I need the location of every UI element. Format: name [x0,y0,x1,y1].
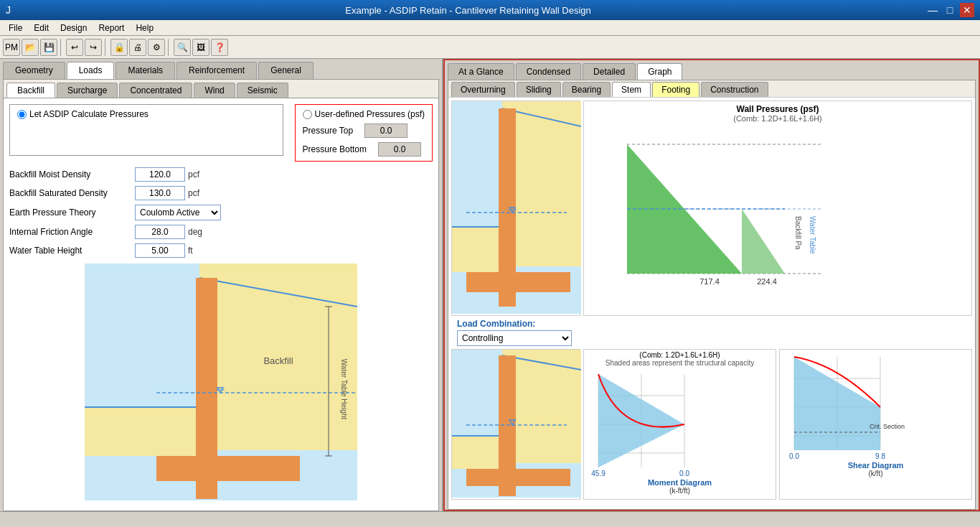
menu-bar: File Edit Design Report Help [0,20,980,36]
moment-unit: (k-ft/ft) [584,487,776,495]
toolbar-lock[interactable]: 🔒 [110,39,128,56]
shear-diagram: Crit. Section 0.0 9.8 Shear Diagram (k/f… [779,349,972,500]
tab-materials[interactable]: Materials [116,62,175,79]
right-sub-tab-sliding[interactable]: Sliding [517,82,561,97]
tab-general[interactable]: General [258,62,314,79]
window-controls: — □ ✕ [925,3,974,17]
top-wall-svg [452,101,581,314]
toolbar-open[interactable]: 📂 [22,39,39,56]
field-backfill-moist: Backfill Moist Density pcf [9,167,433,182]
svg-text:Crit. Section: Crit. Section [870,423,905,430]
shear-svg: Crit. Section 0.0 9.8 [780,350,971,461]
field-water-table-label: Water Table Height [9,246,135,256]
sub-tab-seismic[interactable]: Seismic [237,83,288,98]
right-sub-tab-footing[interactable]: Footing [652,82,699,97]
wall-diagram-svg: Backfill [85,264,357,500]
right-tab-graph[interactable]: Graph [637,63,682,80]
maximize-button[interactable]: □ [943,3,957,17]
toolbar-sep2 [105,39,108,56]
radio-user[interactable]: User-defined Pressures (psf) [303,109,425,119]
radio-user-label: User-defined Pressures (psf) [315,109,425,119]
top-wall-diagram [451,101,580,316]
pressure-diagram: Wall Pressures (psf) (Comb: 1.2D+1.6L+1.… [583,101,972,316]
status-bar [0,511,980,527]
right-sub-tab-bearing[interactable]: Bearing [562,82,611,97]
tab-geometry[interactable]: Geometry [3,62,65,79]
radio-asdip-input[interactable] [17,110,27,119]
svg-text:Water Table Height: Water Table Height [340,359,348,420]
load-combo-select[interactable]: Controlling 1.2D+1.6L+1.6H [457,330,572,346]
sub-tab-concentrated[interactable]: Concentrated [119,83,192,98]
menu-edit[interactable]: Edit [28,22,55,34]
toolbar-redo[interactable]: ↪ [85,39,102,56]
toolbar-image[interactable]: 🖼 [192,39,209,56]
toolbar-print[interactable]: 🖨 [129,39,146,56]
title-bar: J Example - ASDIP Retain - Cantilever Re… [0,0,980,20]
menu-report[interactable]: Report [93,22,130,34]
toolbar-save[interactable]: 💾 [40,39,57,56]
field-earth-pressure-select[interactable]: Coulomb Active Rankine Active [135,205,221,220]
pressure-bottom-input[interactable] [378,142,421,157]
right-sub-tab-stem[interactable]: Stem [612,82,651,97]
sub-tab-backfill[interactable]: Backfill [6,83,55,98]
radio-section: Let ASDIP Calculate Pressures [9,104,283,156]
svg-text:224.4: 224.4 [757,277,777,286]
menu-help[interactable]: Help [130,22,159,34]
right-tab-strip: At a Glance Condensed Detailed Graph [445,60,979,80]
right-sub-tab-overturning[interactable]: Overturning [451,82,515,97]
menu-file[interactable]: File [3,22,28,34]
svg-text:Backfill: Backfill [263,355,293,366]
toolbar-sep3 [168,39,171,56]
field-water-table-unit: ft [188,246,193,256]
pressure-top-input[interactable] [364,123,407,138]
toolbar-pm[interactable]: PM [3,39,20,56]
graph-title: Wall Pressures (psf) [584,104,971,114]
right-sub-tab-construction[interactable]: Construction [701,82,768,97]
left-panel: Geometry Loads Materials Reinforcement G… [0,59,443,511]
graph-title-area: Wall Pressures (psf) (Comb: 1.2D+1.6L+1.… [584,101,971,123]
moment-label: Moment Diagram [584,478,776,487]
user-defined-section: User-defined Pressures (psf) Pressure To… [295,104,433,162]
close-button[interactable]: ✕ [960,3,974,17]
pressure-bottom-label: Pressure Bottom [303,144,367,154]
right-tab-ataglance[interactable]: At a Glance [448,63,514,80]
bottom-comb-label: (Comb: 1.2D+1.6L+1.6H) [584,350,776,359]
field-water-table-input[interactable] [135,243,185,258]
right-tab-detailed[interactable]: Detailed [583,63,636,80]
tab-reinforcement[interactable]: Reinforcement [176,62,257,79]
svg-rect-20 [466,272,570,292]
svg-rect-21 [499,292,516,307]
menu-design[interactable]: Design [55,22,93,34]
radio-asdip-label: Let ASDIP Calculate Pressures [29,109,149,119]
toolbar-zoom[interactable]: 🔍 [174,39,191,56]
pressure-top-label: Pressure Top [303,126,353,136]
radio-user-input[interactable] [303,110,312,119]
field-backfill-moist-input[interactable] [135,167,185,182]
pressure-bottom-row: Pressure Bottom [303,142,425,157]
field-friction-angle-input[interactable] [135,225,185,239]
field-backfill-saturated: Backfill Saturated Density pcf [9,186,433,200]
window-title: Example - ASDIP Retain - Cantilever Reta… [11,5,925,16]
field-backfill-moist-label: Backfill Moist Density [9,169,135,179]
sub-tab-surcharge[interactable]: Surcharge [57,83,118,98]
minimize-button[interactable]: — [925,3,940,17]
sub-tab-wind[interactable]: Wind [194,83,235,98]
field-backfill-saturated-input[interactable] [135,186,185,200]
top-graph-row: Wall Pressures (psf) (Comb: 1.2D+1.6L+1.… [451,101,972,316]
toolbar: PM 📂 💾 ↩ ↪ 🔒 🖨 ⚙ 🔍 🖼 ❓ [0,36,980,59]
svg-rect-5 [156,456,300,481]
load-combo-label: Load Combination: [457,319,966,329]
main-layout: Geometry Loads Materials Reinforcement G… [0,59,980,511]
radio-asdip[interactable]: Let ASDIP Calculate Pressures [17,109,149,119]
right-tab-condensed[interactable]: Condensed [516,63,581,80]
tab-loads[interactable]: Loads [67,62,115,79]
moment-diagram: (Comb: 1.2D+1.6L+1.6H) Shaded areas repr… [583,349,776,500]
toolbar-help[interactable]: ❓ [211,39,228,56]
svg-text:Water Table: Water Table [809,216,816,254]
toolbar-undo[interactable]: ↩ [66,39,83,56]
moment-svg: 45.9 0.0 [584,367,776,478]
svg-text:0.0: 0.0 [679,470,689,477]
toolbar-settings[interactable]: ⚙ [148,39,165,56]
svg-rect-44 [452,436,499,469]
pressure-top-row: Pressure Top [303,123,425,138]
